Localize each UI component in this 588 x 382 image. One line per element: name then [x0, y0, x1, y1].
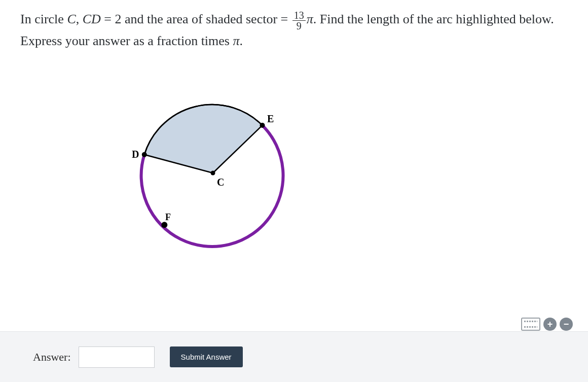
fraction-numerator: 13	[292, 10, 306, 20]
text: ,	[76, 12, 83, 26]
fraction-denominator: 9	[292, 20, 306, 31]
variable-CD: CD	[83, 12, 101, 26]
text: and the area of shaded sector =	[122, 12, 291, 26]
cd-value: 2	[115, 12, 122, 26]
zoom-in-button[interactable]: +	[543, 318, 557, 331]
answer-label: Answer:	[33, 351, 71, 364]
problem-statement: In circle C, CD = 2 and the area of shad…	[20, 9, 565, 51]
fraction-13-over-9: 139	[292, 10, 306, 31]
text: .	[240, 33, 243, 48]
pi-symbol: π	[307, 12, 313, 26]
page: In circle C, CD = 2 and the area of shad…	[0, 0, 588, 382]
figure-area: C D E F	[20, 82, 588, 264]
answer-bar: + − Answer: Submit Answer	[0, 331, 588, 382]
label-E: E	[267, 113, 274, 124]
keyboard-icon[interactable]	[521, 318, 540, 331]
label-C: C	[217, 177, 224, 188]
text: In circle	[20, 12, 67, 26]
shaded-sector	[144, 105, 263, 173]
center-point	[211, 170, 215, 175]
circle-diagram: C D E F	[112, 82, 314, 264]
variable-C: C	[67, 12, 76, 26]
text: =	[101, 12, 115, 26]
pi-symbol: π	[233, 33, 239, 48]
label-D: D	[132, 149, 139, 160]
point-F	[161, 222, 167, 228]
point-D	[142, 152, 147, 157]
zoom-out-button[interactable]: −	[560, 318, 573, 331]
label-F: F	[165, 212, 171, 222]
submit-button[interactable]: Submit Answer	[170, 346, 243, 367]
point-E	[260, 123, 265, 128]
toolbar: + −	[521, 318, 573, 331]
answer-input[interactable]	[79, 346, 155, 368]
